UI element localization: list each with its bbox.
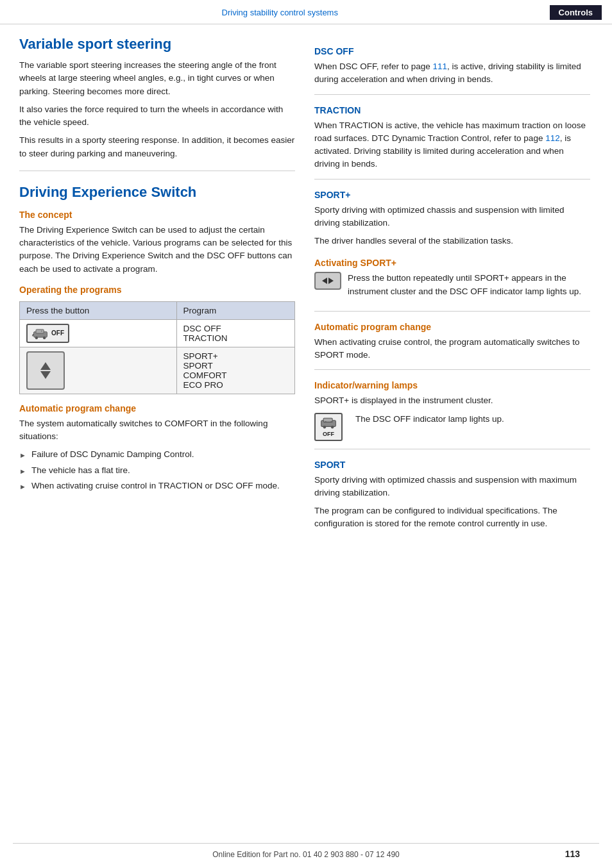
vss-para1: The variable sport steering increases th…: [19, 59, 295, 98]
traction-para: When TRACTION is active, the vehicle has…: [314, 119, 590, 171]
program-dsc-off: DSC OFF: [183, 324, 288, 333]
bullet-text-3: When activating cruise control in TRACTI…: [31, 480, 280, 492]
table-cell-icon1: OFF: [20, 319, 177, 347]
car-lamp-icon: [319, 417, 337, 431]
table-cell-programs2: SPORT+ SPORT COMFORT ECO PRO: [176, 347, 294, 394]
arrow-up-icon: [40, 362, 51, 370]
page-header: Driving stability control systems Contro…: [0, 0, 612, 24]
activating-heading: Activating SPORT+: [314, 258, 590, 268]
section-text: Controls: [559, 8, 593, 17]
list-item: ► The vehicle has a flat tire.: [19, 464, 295, 477]
svg-point-3: [43, 337, 46, 339]
arrow-down-icon: [40, 371, 51, 379]
operating-heading: Operating the programs: [19, 285, 295, 295]
concept-para: The Driving Experience Switch can be use…: [19, 224, 295, 276]
page-content: Variable sport steering The variable spo…: [0, 24, 612, 549]
indicator-para1: SPORT+ is displayed in the instrument cl…: [314, 394, 590, 407]
left-column: Variable sport steering The variable spo…: [19, 36, 295, 536]
list-item: ► When activating cruise control in TRAC…: [19, 480, 295, 492]
lamp-row: OFF The DSC OFF indicator lamp lights up…: [314, 413, 590, 441]
svg-point-2: [35, 337, 38, 339]
table-cell-icon2: [20, 347, 177, 394]
page-link-112: 112: [545, 133, 560, 143]
page-number: 113: [443, 844, 581, 859]
auto-program-para: The system automatically switches to COM…: [19, 417, 295, 444]
table-row-2: SPORT+ SPORT COMFORT ECO PRO: [20, 347, 295, 394]
page-link-111: 111: [433, 62, 448, 71]
concept-heading: The concept: [19, 210, 295, 220]
sport-plus-heading: SPORT+: [314, 190, 590, 200]
sport-heading: SPORT: [314, 460, 590, 470]
bullet-text-1: Failure of DSC Dynamic Damping Control.: [31, 448, 194, 461]
sport-para1: Sporty driving with optimized chassis an…: [314, 474, 590, 500]
right-column: DSC OFF When DSC OFF, refer to page 111,…: [314, 36, 590, 536]
svg-point-7: [323, 426, 326, 428]
traction-heading: TRACTION: [314, 105, 590, 115]
dsc-off-heading: DSC OFF: [314, 46, 590, 56]
des-title: Driving Experience Switch: [19, 184, 295, 201]
dsc-off-button-icon: OFF: [26, 324, 69, 343]
activating-para: Press the button repeatedly until SPORT+…: [348, 272, 590, 298]
breadcrumb-text: Driving stability control systems: [222, 8, 338, 17]
auto-change-para: When activating cruise control, the prog…: [314, 336, 590, 362]
triangle-right-icon: [328, 278, 334, 284]
program-sport: SPORT: [183, 361, 288, 371]
svg-rect-1: [36, 330, 44, 333]
car-icon: [31, 327, 49, 340]
vss-para2: It also varies the force required to tur…: [19, 103, 295, 129]
dsc-off-para: When DSC OFF, refer to page 111, is acti…: [314, 60, 590, 87]
breadcrumb: Driving stability control systems: [10, 8, 550, 17]
bullet-arrow-icon: ►: [19, 450, 26, 461]
triangle-left-icon: [322, 278, 327, 284]
program-comfort: COMFORT: [183, 371, 288, 380]
table-col2-header: Program: [176, 301, 294, 319]
program-traction: TRACTION: [183, 333, 288, 343]
sport-para2: The program can be configured to individ…: [314, 505, 590, 531]
indicator-para2: The DSC OFF indicator lamp lights up.: [355, 413, 504, 426]
program-table: Press the button Program: [19, 301, 295, 394]
activating-sport-plus-row: Press the button repeatedly until SPORT+…: [314, 272, 590, 303]
table-row: OFF DSC OFF TRACTION: [20, 319, 295, 347]
list-item: ► Failure of DSC Dynamic Damping Control…: [19, 448, 295, 461]
vss-para3: This results in a sporty steering respon…: [19, 134, 295, 160]
footer-text: Online Edition for Part no. 01 40 2 903 …: [169, 845, 443, 859]
sport-button-icon: [26, 351, 65, 390]
section-label: Controls: [550, 5, 602, 20]
bullet-text-2: The vehicle has a flat tire.: [31, 464, 130, 477]
dsc-lamp-icon: OFF: [314, 413, 343, 441]
variable-sport-title: Variable sport steering: [19, 36, 295, 53]
indicator-warning-heading: Indicator/warning lamps: [314, 380, 590, 390]
auto-program-heading-left: Automatic program change: [19, 403, 295, 413]
sport-plus-para1: Sporty driving with optimized chassis an…: [314, 204, 590, 230]
table-col1-header: Press the button: [20, 301, 177, 319]
sport-plus-button-icon: [314, 272, 341, 290]
sport-plus-para2: The driver handles several of the stabil…: [314, 235, 590, 247]
bullet-list: ► Failure of DSC Dynamic Damping Control…: [19, 448, 295, 492]
program-sport-plus: SPORT+: [183, 351, 288, 361]
program-eco-pro: ECO PRO: [183, 380, 288, 390]
bullet-arrow-icon: ►: [19, 481, 26, 492]
table-cell-programs1: DSC OFF TRACTION: [176, 319, 294, 347]
auto-program-change-heading: Automatic program change: [314, 322, 590, 332]
svg-point-8: [331, 426, 334, 428]
bullet-arrow-icon: ►: [19, 466, 26, 477]
